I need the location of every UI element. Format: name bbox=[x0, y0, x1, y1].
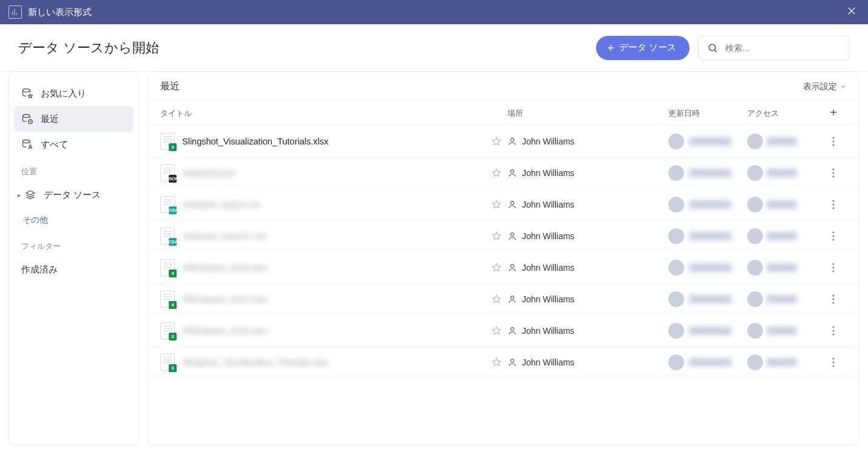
access-cell bbox=[747, 354, 820, 370]
sidebar-item-created[interactable]: 作成済み bbox=[14, 257, 134, 282]
date-cell bbox=[668, 228, 747, 244]
favorite-star[interactable] bbox=[486, 168, 507, 178]
favorite-star[interactable] bbox=[486, 136, 507, 147]
date-cell bbox=[668, 291, 747, 307]
svg-point-21 bbox=[832, 239, 834, 240]
sidebar-group-location: 位置 bbox=[14, 158, 134, 181]
favorite-star[interactable] bbox=[486, 262, 507, 273]
sidebar-item-label: 最近 bbox=[41, 114, 59, 125]
col-access[interactable]: アクセス bbox=[747, 108, 820, 119]
view-settings-label: 表示設定 bbox=[803, 81, 837, 92]
svg-point-20 bbox=[832, 235, 834, 237]
table-row[interactable]: XHRDataset_2016.xlsxJohn Williams bbox=[148, 315, 859, 347]
avatar bbox=[747, 323, 763, 339]
file-name: HRDataset_2016.xlsx bbox=[182, 326, 267, 336]
sidebar-group-filter: フィルター bbox=[14, 233, 134, 256]
favorite-star[interactable] bbox=[486, 294, 507, 305]
file-name: HRDataset_2022.xlsx bbox=[182, 294, 267, 304]
svg-point-28 bbox=[832, 298, 834, 300]
svg-point-33 bbox=[832, 333, 834, 335]
owner-cell: John Williams bbox=[507, 326, 668, 336]
avatar bbox=[747, 134, 763, 149]
svg-point-2 bbox=[23, 115, 30, 118]
table-row[interactable]: XSlingshot_Visualization_Tutorials.xlsxJ… bbox=[148, 126, 859, 157]
row-menu-button[interactable] bbox=[820, 357, 847, 367]
search-box[interactable] bbox=[698, 36, 850, 60]
page-header: データ ソースから開始 データ ソース bbox=[0, 24, 868, 72]
add-column-button[interactable] bbox=[828, 107, 839, 120]
redacted-text bbox=[689, 263, 731, 272]
row-menu-button[interactable] bbox=[820, 168, 847, 178]
person-icon bbox=[507, 231, 517, 241]
svg-point-18 bbox=[510, 232, 514, 235]
file-icon: JSON bbox=[160, 164, 175, 181]
view-settings-dropdown[interactable]: 表示設定 bbox=[803, 81, 847, 92]
table-row[interactable]: XHRDataset_2019.xlsxJohn Williams bbox=[148, 252, 859, 283]
file-name: redacted_export2.csv bbox=[182, 231, 266, 241]
owner-cell: John Williams bbox=[507, 137, 668, 146]
date-cell bbox=[668, 197, 747, 212]
redacted-text bbox=[767, 263, 797, 272]
row-menu-button[interactable] bbox=[820, 200, 847, 209]
owner-cell: John Williams bbox=[507, 168, 668, 178]
table-row[interactable]: JSONredacted.jsonJohn Williams bbox=[148, 157, 859, 189]
sidebar-item-favorites[interactable]: お気に入り bbox=[14, 81, 134, 106]
favorite-star[interactable] bbox=[486, 231, 507, 242]
panel-header: 最近 表示設定 bbox=[148, 72, 859, 101]
file-name: Slingshot_Visualization_Tutorials.xlsx bbox=[182, 357, 328, 367]
redacted-text bbox=[689, 200, 731, 209]
sidebar: お気に入り最近すべて 位置 データ ソース その他 フィルター 作成済み bbox=[8, 72, 139, 446]
titlebar: 新しい表示形式 bbox=[0, 0, 868, 24]
svg-point-13 bbox=[832, 175, 834, 177]
redacted-text bbox=[767, 232, 797, 240]
file-name: Slingshot_Visualization_Tutorials.xlsx bbox=[182, 137, 328, 146]
table-row[interactable]: CSVredacted_export.csvJohn Williams bbox=[148, 189, 859, 220]
access-cell bbox=[747, 291, 820, 307]
favorite-star[interactable] bbox=[486, 357, 507, 368]
avatar bbox=[668, 354, 684, 370]
person-icon bbox=[507, 263, 517, 273]
sidebar-item-label: すべて bbox=[41, 139, 68, 151]
access-cell bbox=[747, 165, 820, 181]
sidebar-item-all[interactable]: すべて bbox=[14, 132, 134, 157]
file-icon: CSV bbox=[160, 196, 175, 213]
svg-point-15 bbox=[832, 200, 834, 202]
sidebar-more-link[interactable]: その他 bbox=[14, 209, 134, 232]
access-cell bbox=[747, 323, 820, 339]
redacted-text bbox=[689, 327, 731, 335]
svg-point-14 bbox=[510, 201, 514, 204]
svg-point-16 bbox=[832, 203, 834, 205]
sidebar-item-recent[interactable]: 最近 bbox=[14, 106, 134, 132]
svg-point-0 bbox=[709, 44, 716, 51]
file-icon: X bbox=[160, 259, 175, 276]
avatar bbox=[668, 323, 684, 339]
col-location[interactable]: 場所 bbox=[507, 108, 668, 119]
table-row[interactable]: CSVredacted_export2.csvJohn Williams bbox=[148, 220, 859, 252]
search-input[interactable] bbox=[725, 43, 841, 53]
close-button[interactable] bbox=[844, 3, 860, 21]
avatar bbox=[668, 197, 684, 212]
col-date[interactable]: 更新日時 bbox=[668, 108, 747, 119]
panel-title: 最近 bbox=[160, 80, 180, 93]
table-row[interactable]: XHRDataset_2022.xlsxJohn Williams bbox=[148, 283, 859, 315]
row-menu-button[interactable] bbox=[820, 137, 847, 146]
svg-point-30 bbox=[510, 327, 514, 330]
favorite-star[interactable] bbox=[486, 325, 507, 336]
row-menu-button[interactable] bbox=[820, 231, 847, 241]
file-name: redacted_export.csv bbox=[182, 200, 262, 209]
redacted-text bbox=[767, 169, 797, 177]
row-menu-button[interactable] bbox=[820, 263, 847, 273]
sidebar-item-label: 作成済み bbox=[21, 264, 58, 276]
favorite-star[interactable] bbox=[486, 199, 507, 210]
sidebar-item-datasource[interactable]: データ ソース bbox=[14, 182, 134, 208]
new-datasource-button[interactable]: データ ソース bbox=[596, 36, 690, 60]
avatar bbox=[747, 354, 763, 370]
avatar bbox=[668, 291, 684, 307]
db-star-icon bbox=[21, 87, 33, 100]
sidebar-item-label: データ ソース bbox=[44, 189, 101, 201]
svg-point-24 bbox=[832, 266, 834, 268]
row-menu-button[interactable] bbox=[820, 326, 847, 336]
table-row[interactable]: XSlingshot_Visualization_Tutorials.xlsxJ… bbox=[148, 347, 859, 378]
col-title[interactable]: タイトル bbox=[160, 108, 486, 119]
row-menu-button[interactable] bbox=[820, 294, 847, 304]
